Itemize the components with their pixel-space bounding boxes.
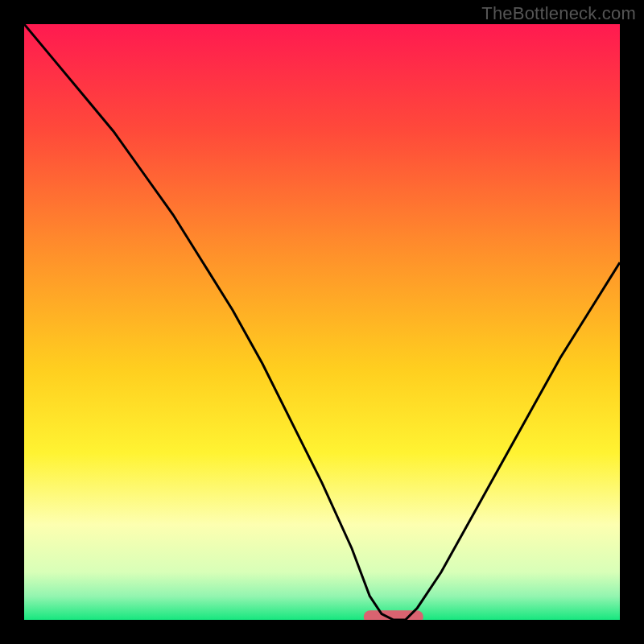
chart-svg xyxy=(24,24,620,620)
plot-area xyxy=(24,24,620,620)
chart-container: TheBottleneck.com xyxy=(0,0,644,644)
gradient-background xyxy=(24,24,620,620)
watermark-text: TheBottleneck.com xyxy=(481,3,636,24)
